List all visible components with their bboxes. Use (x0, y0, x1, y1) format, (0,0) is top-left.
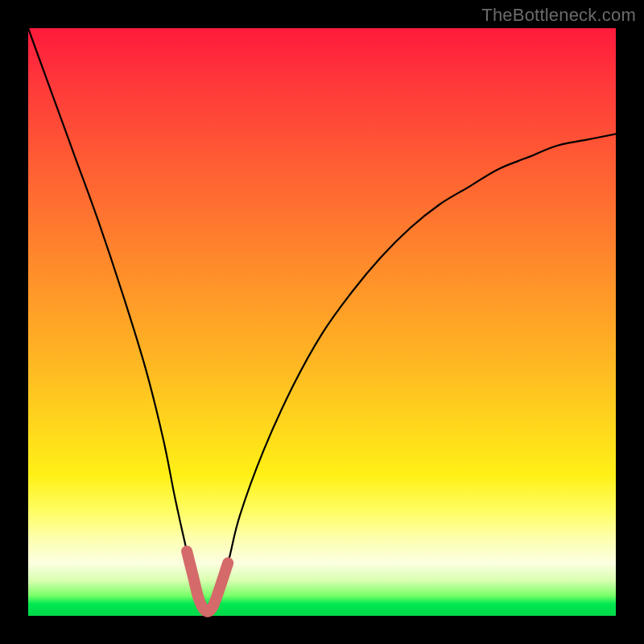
curve-svg (28, 28, 616, 616)
watermark-text: TheBottleneck.com (481, 5, 636, 26)
valley-highlight (187, 551, 228, 612)
bottleneck-curve (28, 28, 616, 612)
plot-area (28, 28, 616, 616)
chart-frame: TheBottleneck.com (0, 0, 644, 644)
